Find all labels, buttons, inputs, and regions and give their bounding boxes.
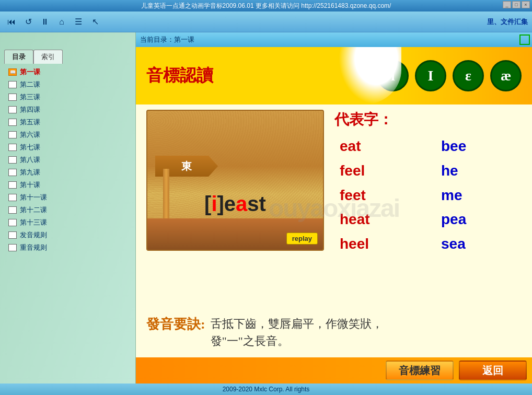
toolbar: ⏮ ↺ ⏸ ⌂ ☰ ↖ 里、文件汇集 (0, 11, 532, 32)
sidebar-item-12[interactable]: 第十三课 (0, 216, 135, 229)
breadcrumb-text: 当前目录：第一课 (140, 35, 194, 44)
sidebar-item-5[interactable]: 第六课 (0, 129, 135, 141)
toolbar-right-text[interactable]: 里、文件汇集 (487, 17, 528, 27)
word-item-6[interactable]: heat (340, 208, 431, 231)
tab-index[interactable]: 索引 (33, 50, 63, 64)
sidebar-item-11[interactable]: 第十二课 (0, 204, 135, 216)
tip-label: 發音要訣: (146, 315, 205, 333)
title-text: 儿童英语一点通之动画学音标2009.06.01 更多相关请访问 http://2… (141, 2, 391, 10)
phonic-badge-3[interactable]: æ (490, 60, 522, 91)
sidebar-label: 第八课 (20, 155, 40, 165)
phonic-badge-1[interactable]: I (415, 60, 446, 91)
content-header: 音標認讀 iIεæ (136, 47, 532, 104)
toolbar-back-button[interactable]: ⏮ (4, 15, 19, 29)
sidebar: 目录 索引 📖第一课第二课第三课第四课第五课第六课第七课第八课第九课第十课第十一… (0, 32, 136, 384)
nav-tabs: 目录 索引 (0, 48, 136, 64)
toolbar-menu-button[interactable]: ☰ (71, 15, 86, 29)
practice-button[interactable]: 音標練習 (386, 361, 454, 380)
sidebar-icon: 📖 (8, 68, 17, 76)
word-item-8[interactable]: heel (340, 233, 431, 256)
word-item-5[interactable]: me (441, 184, 532, 207)
sign-text: 東 (181, 159, 192, 173)
main-layout: 目录 索引 📖第一课第二课第三课第四课第五课第六课第七课第八课第九课第十课第十一… (0, 32, 532, 384)
sidebar-label: 第三课 (20, 92, 40, 102)
window-controls: _ □ × (503, 1, 530, 8)
word-item-0[interactable]: eat (340, 135, 431, 158)
sidebar-label: 第十三课 (20, 218, 47, 227)
sidebar-icon (8, 81, 17, 88)
sidebar-label: 第七课 (20, 143, 40, 152)
corner-indicator (519, 34, 530, 45)
sidebar-label: 第九课 (20, 168, 40, 177)
sidebar-label: 重音规则 (20, 243, 47, 252)
sidebar-label: 第十课 (20, 180, 40, 190)
tip-text: 舌抵下齒，雙唇扁平，作微笑狀，發"一"之長音。 (211, 315, 383, 350)
sidebar-label: 第十二课 (20, 205, 47, 215)
toolbar-cursor-button[interactable]: ↖ (88, 15, 102, 29)
sidebar-label: 第五课 (20, 118, 40, 127)
sidebar-label: 发音规则 (20, 230, 47, 240)
maximize-button[interactable]: □ (512, 1, 521, 8)
ipa-symbol: i (211, 192, 217, 216)
sidebar-item-3[interactable]: 第四课 (0, 103, 135, 116)
word-item-3[interactable]: he (441, 159, 532, 183)
wave-decor (339, 47, 401, 104)
sidebar-icon (8, 156, 17, 164)
tip-area: 發音要訣: 舌抵下齒，雙唇扁平，作微笑狀，發"一"之長音。 (136, 310, 532, 355)
sidebar-label: 第一课 (20, 67, 40, 77)
toolbar-home-button[interactable]: ⌂ (54, 15, 69, 29)
sidebar-item-13[interactable]: 发音规则 (0, 229, 135, 241)
sidebar-item-2[interactable]: 第三课 (0, 91, 135, 103)
phonic-badge-2[interactable]: ε (453, 60, 484, 91)
sidebar-icon (8, 119, 17, 126)
sidebar-item-0[interactable]: 📖第一课 (0, 66, 135, 78)
sidebar-icon (8, 169, 17, 176)
word-item-2[interactable]: feel (340, 159, 431, 183)
sidebar-item-6[interactable]: 第七课 (0, 141, 135, 154)
representative-title: 代表字： (334, 110, 532, 130)
toolbar-refresh-button[interactable]: ↺ (21, 15, 36, 29)
ipa-open-bracket: [ (204, 192, 211, 216)
bottom-bar: 音標練習 返回 (136, 357, 532, 384)
status-text: 2009-2020 Mxlc Corp. All rights (223, 386, 310, 393)
animation-box: 東 [i] east replay (146, 110, 324, 251)
word-item-7[interactable]: pea (441, 208, 532, 231)
sidebar-item-10[interactable]: 第十一课 (0, 191, 135, 204)
ipa-ea: e (224, 192, 236, 216)
sidebar-label: 第二课 (20, 80, 40, 89)
word-item-9[interactable]: sea (441, 233, 532, 256)
word-item-4[interactable]: feet (340, 184, 431, 207)
sidebar-label: 第六课 (20, 130, 40, 140)
sidebar-item-9[interactable]: 第十课 (0, 179, 135, 191)
replay-button[interactable]: replay (286, 233, 318, 245)
words-grid: eatbeefeelhefeetmeheatpeaheelsea (340, 135, 532, 256)
close-button[interactable]: × (522, 1, 530, 8)
toolbar-pause-button[interactable]: ⏸ (38, 15, 52, 29)
title-bar: 儿童英语一点通之动画学音标2009.06.01 更多相关请访问 http://2… (0, 0, 532, 11)
breadcrumb: 当前目录：第一课 (136, 32, 532, 47)
tab-directory[interactable]: 目录 (4, 50, 33, 64)
ipa-st: st (247, 192, 266, 216)
ipa-close-bracket: ] (217, 192, 224, 216)
sidebar-icon (8, 219, 17, 226)
sidebar-icon (8, 131, 17, 138)
word-item-1[interactable]: bee (441, 135, 532, 158)
sidebar-icon (8, 144, 17, 151)
sidebar-icon (8, 181, 17, 189)
status-bar: 2009-2020 Mxlc Corp. All rights (0, 384, 532, 395)
section-title: 音標認讀 (146, 64, 213, 87)
sidebar-item-8[interactable]: 第九课 (0, 166, 135, 179)
sidebar-icon (8, 231, 17, 239)
ipa-a: a (236, 192, 247, 216)
sidebar-item-14[interactable]: 重音规则 (0, 241, 135, 254)
sidebar-label: 第四课 (20, 105, 40, 114)
sidebar-item-4[interactable]: 第五课 (0, 116, 135, 129)
ipa-display: [i] east (147, 192, 323, 216)
sidebar-item-1[interactable]: 第二课 (0, 78, 135, 91)
minimize-button[interactable]: _ (503, 1, 511, 8)
sidebar-icon (8, 206, 17, 214)
sidebar-item-7[interactable]: 第八课 (0, 154, 135, 166)
back-button[interactable]: 返回 (459, 361, 527, 380)
content-area: 当前目录：第一课 音標認讀 iIεæ 東 [i] east replay (136, 32, 532, 384)
sidebar-label: 第十一课 (20, 193, 47, 202)
